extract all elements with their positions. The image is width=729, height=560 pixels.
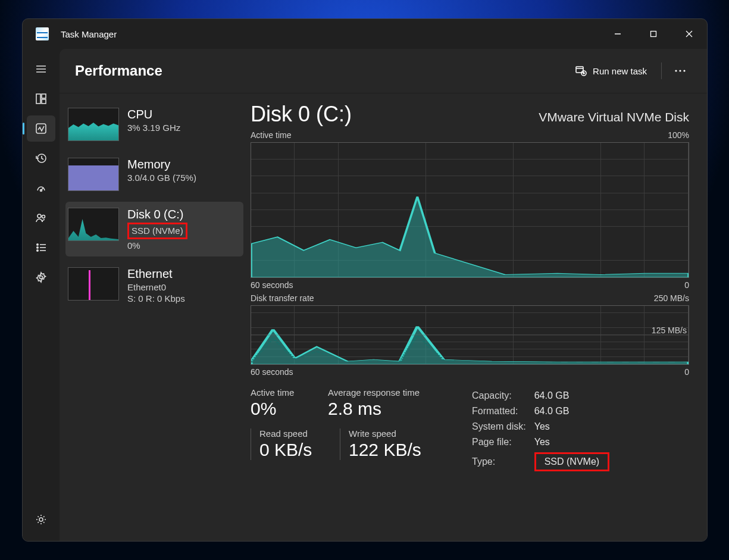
read-speed-value: 0 KB/s — [259, 440, 328, 460]
svg-marker-33 — [251, 326, 689, 364]
nav-details-icon[interactable] — [27, 234, 55, 261]
svg-point-15 — [42, 215, 45, 218]
divider — [661, 62, 662, 79]
window-title: Task Manager — [61, 29, 117, 39]
nav-rail — [23, 49, 60, 541]
maximize-button[interactable] — [636, 19, 671, 49]
nav-startup-icon[interactable] — [27, 175, 55, 201]
close-button[interactable] — [671, 19, 707, 49]
window-controls — [600, 19, 707, 49]
nav-users-icon[interactable] — [27, 205, 55, 231]
svg-rect-8 — [42, 94, 46, 98]
perf-item-disk[interactable]: Disk 0 (C:) SSD (NVMe) 0% — [65, 202, 243, 256]
svg-point-23 — [39, 518, 43, 521]
hamburger-menu-icon[interactable] — [27, 56, 55, 82]
task-manager-window: Task Manager — [22, 18, 708, 542]
nav-processes-icon[interactable] — [27, 86, 55, 112]
more-menu-button[interactable] — [668, 58, 693, 83]
svg-marker-32 — [251, 196, 689, 277]
disk-thumbnail-icon — [68, 208, 119, 241]
perf-item-sub: Ethernet0 — [127, 282, 185, 292]
chart1-xright: 0 — [684, 280, 689, 290]
write-speed-label: Write speed — [349, 428, 421, 439]
content-header: Performance Run new task — [60, 49, 707, 93]
svg-point-29 — [675, 70, 677, 71]
perf-item-sub2: 0% — [127, 240, 187, 251]
perf-item-sub-highlight: SSD (NVMe) — [127, 223, 187, 239]
titlebar: Task Manager — [23, 19, 707, 49]
svg-point-18 — [37, 250, 38, 251]
write-speed-value: 122 KB/s — [349, 440, 421, 460]
svg-rect-9 — [42, 99, 46, 104]
perf-item-name: Ethernet — [127, 267, 185, 281]
detail-title: Disk 0 (C:) — [251, 102, 352, 127]
avg-response-label: Average response time — [328, 387, 447, 398]
run-new-task-label: Run new task — [593, 66, 647, 76]
prop-label: Formatted: — [472, 404, 533, 418]
perf-item-sub2: S: 0 R: 0 Kbps — [127, 293, 185, 304]
prop-label: Page file: — [472, 435, 533, 449]
svg-rect-7 — [36, 94, 40, 104]
page-title: Performance — [75, 62, 162, 79]
chart1-label-right: 100% — [668, 130, 689, 140]
svg-point-31 — [683, 70, 685, 71]
svg-point-16 — [37, 244, 38, 245]
chart2-label-left: Disk transfer rate — [251, 293, 314, 303]
active-time-chart — [251, 142, 689, 278]
app-icon — [36, 27, 49, 40]
svg-point-17 — [37, 247, 38, 248]
nav-performance-icon[interactable] — [27, 115, 55, 142]
perf-item-name: Memory — [127, 158, 196, 171]
chart1-label-left: Active time — [251, 130, 291, 140]
cpu-thumbnail-icon — [68, 108, 119, 141]
perf-item-memory[interactable]: Memory 3.0/4.0 GB (75%) — [65, 152, 243, 197]
avg-response-value: 2.8 ms — [328, 399, 447, 419]
svg-rect-10 — [36, 124, 46, 133]
performance-list: CPU 3% 3.19 GHz Memory 3.0/4.0 GB (75%) — [60, 102, 247, 541]
detail-pane: Disk 0 (C:) VMware Virtual NVMe Disk Act… — [247, 102, 707, 541]
memory-thumbnail-icon — [68, 158, 119, 191]
prop-label: Capacity: — [472, 389, 533, 403]
svg-point-30 — [679, 70, 681, 71]
prop-value: 64.0 GB — [534, 404, 617, 418]
minimize-button[interactable] — [600, 19, 636, 49]
nav-services-icon[interactable] — [27, 264, 55, 290]
perf-item-ethernet[interactable]: Ethernet Ethernet0 S: 0 R: 0 Kbps — [65, 261, 243, 309]
ethernet-thumbnail-icon — [68, 267, 119, 301]
prop-label: System disk: — [472, 420, 533, 434]
svg-rect-1 — [651, 32, 656, 37]
chart2-mid-label: 125 MB/s — [652, 326, 687, 335]
perf-item-name: CPU — [127, 108, 180, 121]
transfer-rate-chart — [251, 305, 689, 365]
chart1-xleft: 60 seconds — [251, 280, 293, 290]
perf-item-name: Disk 0 (C:) — [127, 208, 187, 221]
disk-properties-table: Capacity:64.0 GB Formatted:64.0 GB Syste… — [471, 387, 618, 474]
perf-item-cpu[interactable]: CPU 3% 3.19 GHz — [65, 102, 243, 147]
active-time-value: 0% — [251, 399, 316, 419]
prop-value-type: SSD (NVMe) — [534, 452, 609, 471]
read-speed-label: Read speed — [259, 428, 328, 439]
active-time-label: Active time — [251, 387, 316, 398]
run-new-task-button[interactable]: Run new task — [567, 60, 655, 82]
prop-value: 64.0 GB — [534, 389, 617, 403]
chart2-xright: 0 — [684, 367, 689, 377]
nav-history-icon[interactable] — [27, 145, 55, 171]
chart2-label-right: 250 MB/s — [654, 293, 689, 303]
perf-item-sub: 3.0/4.0 GB (75%) — [127, 173, 196, 183]
prop-value: Yes — [534, 435, 617, 449]
svg-point-22 — [40, 276, 43, 279]
chart2-xleft: 60 seconds — [251, 367, 293, 377]
prop-label: Type: — [472, 450, 533, 473]
svg-point-14 — [37, 214, 41, 218]
nav-settings-icon[interactable] — [27, 506, 55, 533]
detail-subtitle: VMware Virtual NVMe Disk — [539, 110, 689, 124]
prop-value: Yes — [534, 420, 617, 434]
perf-item-sub: 3% 3.19 GHz — [127, 123, 180, 133]
